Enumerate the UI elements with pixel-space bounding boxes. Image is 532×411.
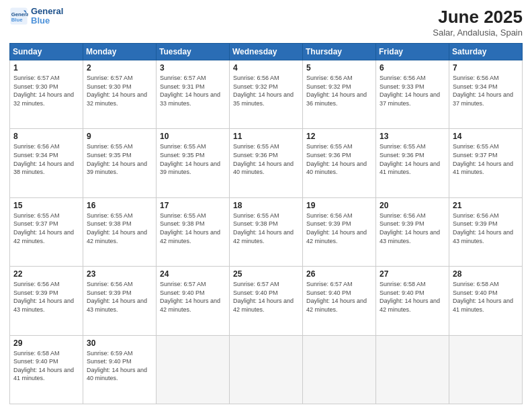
calendar-cell: 5Sunrise: 6:56 AMSunset: 9:32 PMDaylight…: [303, 60, 376, 129]
calendar-cell: 14Sunrise: 6:55 AMSunset: 9:37 PMDayligh…: [449, 129, 523, 197]
col-saturday: Saturday: [449, 44, 523, 60]
title-block: June 2025 Salar, Andalusia, Spain: [433, 7, 523, 38]
col-tuesday: Tuesday: [157, 44, 230, 60]
day-info: Sunrise: 6:55 AMSunset: 9:36 PMDaylight:…: [380, 142, 445, 176]
day-info: Sunrise: 6:56 AMSunset: 9:32 PMDaylight:…: [233, 74, 299, 107]
calendar-cell: 30Sunrise: 6:59 AMSunset: 9:40 PMDayligh…: [83, 335, 157, 404]
col-monday: Monday: [83, 44, 157, 60]
day-info: Sunrise: 6:55 AMSunset: 9:38 PMDaylight:…: [160, 212, 226, 245]
calendar-cell: 10Sunrise: 6:55 AMSunset: 9:35 PMDayligh…: [157, 129, 230, 197]
day-info: Sunrise: 6:58 AMSunset: 9:40 PMDaylight:…: [13, 349, 79, 383]
main-title: June 2025: [433, 7, 523, 28]
day-info: Sunrise: 6:56 AMSunset: 9:34 PMDaylight:…: [13, 142, 79, 176]
day-info: Sunrise: 6:56 AMSunset: 9:39 PMDaylight:…: [87, 280, 152, 314]
day-number: 23: [87, 269, 152, 279]
day-info: Sunrise: 6:57 AMSunset: 9:40 PMDaylight:…: [306, 280, 372, 314]
day-info: Sunrise: 6:55 AMSunset: 9:35 PMDaylight:…: [160, 142, 226, 176]
day-info: Sunrise: 6:56 AMSunset: 9:39 PMDaylight:…: [380, 212, 445, 245]
day-number: 12: [306, 132, 372, 141]
day-info: Sunrise: 6:57 AMSunset: 9:30 PMDaylight:…: [87, 74, 152, 107]
col-sunday: Sunday: [10, 44, 83, 60]
day-info: Sunrise: 6:55 AMSunset: 9:35 PMDaylight:…: [87, 142, 152, 176]
logo-line1: General: [31, 7, 63, 16]
day-info: Sunrise: 6:57 AMSunset: 9:31 PMDaylight:…: [160, 74, 226, 107]
calendar-cell: 19Sunrise: 6:56 AMSunset: 9:39 PMDayligh…: [303, 197, 376, 266]
day-info: Sunrise: 6:56 AMSunset: 9:39 PMDaylight:…: [453, 212, 519, 245]
day-info: Sunrise: 6:55 AMSunset: 9:38 PMDaylight:…: [87, 212, 152, 245]
day-number: 14: [453, 132, 519, 141]
day-info: Sunrise: 6:57 AMSunset: 9:40 PMDaylight:…: [160, 280, 226, 314]
day-number: 3: [160, 63, 226, 73]
calendar-cell: 15Sunrise: 6:55 AMSunset: 9:37 PMDayligh…: [10, 197, 83, 266]
calendar-cell: 16Sunrise: 6:55 AMSunset: 9:38 PMDayligh…: [83, 197, 157, 266]
calendar-cell: 23Sunrise: 6:56 AMSunset: 9:39 PMDayligh…: [83, 267, 157, 335]
logo-icon: General Blue: [9, 7, 28, 26]
calendar-cell: 1Sunrise: 6:57 AMSunset: 9:30 PMDaylight…: [10, 60, 83, 129]
day-info: Sunrise: 6:55 AMSunset: 9:36 PMDaylight:…: [306, 142, 372, 176]
day-number: 16: [87, 201, 152, 210]
calendar-cell: 28Sunrise: 6:58 AMSunset: 9:40 PMDayligh…: [449, 267, 523, 335]
day-number: 21: [453, 201, 519, 210]
day-info: Sunrise: 6:55 AMSunset: 9:37 PMDaylight:…: [453, 142, 519, 176]
calendar-week-row: 1Sunrise: 6:57 AMSunset: 9:30 PMDaylight…: [10, 60, 523, 129]
calendar-cell: [449, 335, 523, 404]
page: General Blue General Blue June 2025 Sala…: [0, 0, 532, 411]
calendar-cell: 22Sunrise: 6:56 AMSunset: 9:39 PMDayligh…: [10, 267, 83, 335]
day-number: 13: [380, 132, 445, 141]
calendar-cell: 12Sunrise: 6:55 AMSunset: 9:36 PMDayligh…: [303, 129, 376, 197]
svg-text:Blue: Blue: [11, 17, 23, 24]
day-info: Sunrise: 6:56 AMSunset: 9:39 PMDaylight:…: [13, 280, 79, 314]
day-info: Sunrise: 6:58 AMSunset: 9:40 PMDaylight:…: [380, 280, 445, 314]
calendar-cell: 25Sunrise: 6:57 AMSunset: 9:40 PMDayligh…: [230, 267, 303, 335]
day-number: 24: [160, 269, 226, 279]
day-info: Sunrise: 6:55 AMSunset: 9:38 PMDaylight:…: [233, 212, 299, 245]
day-number: 11: [233, 132, 299, 141]
day-info: Sunrise: 6:56 AMSunset: 9:32 PMDaylight:…: [306, 74, 372, 107]
day-info: Sunrise: 6:57 AMSunset: 9:40 PMDaylight:…: [233, 280, 299, 314]
day-number: 29: [13, 338, 79, 348]
calendar-cell: 24Sunrise: 6:57 AMSunset: 9:40 PMDayligh…: [157, 267, 230, 335]
calendar-cell: [303, 335, 376, 404]
day-number: 18: [233, 201, 299, 210]
day-info: Sunrise: 6:57 AMSunset: 9:30 PMDaylight:…: [13, 74, 79, 107]
day-number: 1: [13, 63, 79, 73]
day-info: Sunrise: 6:55 AMSunset: 9:37 PMDaylight:…: [13, 212, 79, 245]
day-number: 17: [160, 201, 226, 210]
day-number: 7: [453, 63, 519, 73]
logo-line2: Blue: [31, 16, 63, 26]
col-friday: Friday: [376, 44, 449, 60]
subtitle: Salar, Andalusia, Spain: [433, 28, 523, 38]
day-number: 20: [380, 201, 445, 210]
calendar-cell: 27Sunrise: 6:58 AMSunset: 9:40 PMDayligh…: [376, 267, 449, 335]
day-number: 5: [306, 63, 372, 73]
day-number: 22: [13, 269, 79, 279]
calendar-cell: 7Sunrise: 6:56 AMSunset: 9:34 PMDaylight…: [449, 60, 523, 129]
calendar-cell: 20Sunrise: 6:56 AMSunset: 9:39 PMDayligh…: [376, 197, 449, 266]
logo: General Blue General Blue: [9, 7, 63, 26]
day-info: Sunrise: 6:56 AMSunset: 9:34 PMDaylight:…: [453, 74, 519, 107]
day-number: 15: [13, 201, 79, 210]
calendar-cell: 13Sunrise: 6:55 AMSunset: 9:36 PMDayligh…: [376, 129, 449, 197]
day-number: 6: [380, 63, 445, 73]
calendar-cell: 8Sunrise: 6:56 AMSunset: 9:34 PMDaylight…: [10, 129, 83, 197]
calendar-cell: 11Sunrise: 6:55 AMSunset: 9:36 PMDayligh…: [230, 129, 303, 197]
calendar-week-row: 29Sunrise: 6:58 AMSunset: 9:40 PMDayligh…: [10, 335, 523, 404]
calendar-cell: [157, 335, 230, 404]
header: General Blue General Blue June 2025 Sala…: [9, 7, 523, 38]
calendar-cell: [230, 335, 303, 404]
col-wednesday: Wednesday: [230, 44, 303, 60]
calendar-cell: 2Sunrise: 6:57 AMSunset: 9:30 PMDaylight…: [83, 60, 157, 129]
day-info: Sunrise: 6:58 AMSunset: 9:40 PMDaylight:…: [453, 280, 519, 314]
day-number: 8: [13, 132, 79, 141]
day-number: 30: [87, 338, 152, 348]
day-number: 25: [233, 269, 299, 279]
logo-text: General Blue: [31, 7, 63, 26]
day-number: 9: [87, 132, 152, 141]
calendar-cell: 21Sunrise: 6:56 AMSunset: 9:39 PMDayligh…: [449, 197, 523, 266]
calendar-cell: 3Sunrise: 6:57 AMSunset: 9:31 PMDaylight…: [157, 60, 230, 129]
day-number: 4: [233, 63, 299, 73]
col-thursday: Thursday: [303, 44, 376, 60]
day-number: 19: [306, 201, 372, 210]
day-info: Sunrise: 6:59 AMSunset: 9:40 PMDaylight:…: [87, 349, 152, 383]
calendar-header-row: Sunday Monday Tuesday Wednesday Thursday…: [10, 44, 523, 60]
